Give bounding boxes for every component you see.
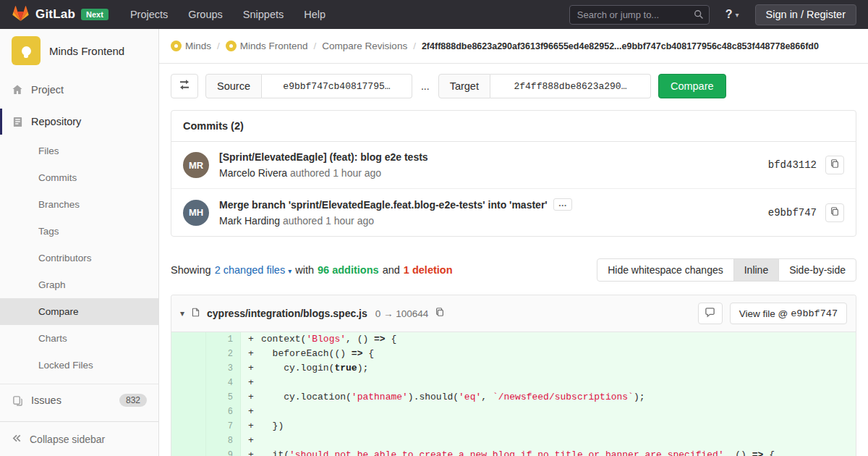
nav-link-projects[interactable]: Projects [130, 9, 168, 20]
sidebar-item-project[interactable]: Project [0, 74, 158, 106]
old-line-number[interactable] [171, 390, 206, 405]
project-context-header[interactable]: Minds Frontend [0, 29, 158, 72]
sidebar-item-locked-files[interactable]: Locked Files [0, 352, 158, 379]
comment-icon [705, 307, 715, 321]
expand-description-button[interactable]: … [553, 198, 572, 211]
help-dropdown[interactable]: ? ▾ [726, 8, 739, 21]
commit-meta: Marcelo Rivera authored 1 hour ago [219, 167, 768, 179]
view-file-sha: e9bbf747 [791, 308, 838, 319]
code-line: + [241, 376, 261, 390]
commit-title[interactable]: Merge branch 'sprint/ElevatedEagle.feat.… [219, 198, 768, 211]
diff-line: 4+ [171, 376, 856, 390]
old-line-number[interactable] [171, 448, 206, 456]
code-line: + cy.location('pathname').should('eq', `… [241, 390, 645, 405]
sidebar-item-issues[interactable]: Issues 832 [0, 384, 158, 416]
code-line: + beforeEach(() => { [241, 347, 374, 361]
old-line-number[interactable] [171, 419, 206, 434]
commit-author[interactable]: Mark Harding [219, 215, 280, 227]
new-line-number[interactable]: 6 [206, 405, 241, 419]
lightbulb-icon [22, 46, 31, 56]
view-file-button[interactable]: View file @ e9bbf747 [730, 303, 847, 324]
changed-files-dropdown[interactable]: 2 changed files ▾ [215, 264, 292, 276]
source-input[interactable] [262, 74, 412, 98]
compare-form: Source ... Target Compare [171, 74, 856, 98]
collapse-sidebar-button[interactable]: Collapse sidebar [0, 421, 158, 456]
sidebar-item-graph[interactable]: Graph [0, 271, 158, 298]
breadcrumb-label: Compare Revisions [322, 41, 407, 51]
swap-revisions-button[interactable] [171, 74, 198, 98]
diff-file-path[interactable]: cypress/integration/blogs.spec.js [207, 308, 367, 319]
inline-view-button[interactable]: Inline [733, 258, 779, 282]
top-navbar: GitLab Next Projects Groups Snippets Hel… [0, 0, 868, 29]
new-line-number[interactable]: 4 [206, 376, 241, 390]
copy-path-icon[interactable] [435, 307, 445, 320]
collapse-label: Collapse sidebar [30, 434, 105, 445]
new-line-number[interactable]: 8 [206, 434, 241, 448]
avatar[interactable]: MR [183, 152, 209, 178]
old-line-number[interactable] [171, 376, 206, 390]
diff-stats-row: Showing 2 changed files ▾ with 96 additi… [171, 258, 856, 282]
copy-sha-button[interactable] [825, 156, 844, 174]
target-input[interactable] [490, 74, 651, 98]
search-icon[interactable] [694, 9, 704, 22]
commit-row: MH Merge branch 'sprint/ElevatedEagle.fe… [171, 188, 856, 236]
breadcrumb-minds[interactable]: Minds [171, 41, 211, 51]
nav-link-groups[interactable]: Groups [188, 9, 223, 20]
search-input[interactable] [569, 5, 710, 25]
copy-icon [830, 159, 840, 172]
showing-label: Showing [171, 264, 211, 276]
commit-title[interactable]: [Sprint/ElevatedEagle] (feat): blog e2e … [219, 151, 768, 163]
old-line-number[interactable] [171, 332, 206, 347]
project-avatar-icon [226, 41, 237, 51]
diff-line: 8+ [171, 434, 856, 448]
diff-file-panel: ▾ cypress/integration/blogs.spec.js 0 → … [171, 295, 856, 456]
nav-link-snippets[interactable]: Snippets [243, 9, 284, 20]
double-chevron-left-icon [12, 433, 22, 446]
new-line-number[interactable]: 9 [206, 448, 241, 456]
home-icon [12, 84, 23, 96]
new-line-number[interactable]: 5 [206, 390, 241, 405]
diff-line: 2+ beforeEach(() => { [171, 347, 856, 361]
issues-count-badge: 832 [119, 394, 147, 407]
new-line-number[interactable]: 1 [206, 332, 241, 347]
compare-button[interactable]: Compare [658, 74, 726, 98]
new-line-number[interactable]: 7 [206, 419, 241, 434]
old-line-number[interactable] [171, 434, 206, 448]
additions-count: 96 additions [318, 264, 379, 276]
breadcrumb-compare-revisions[interactable]: Compare Revisions [322, 41, 407, 51]
commit-sha[interactable]: bfd43112 [768, 159, 817, 171]
commit-sha[interactable]: e9bbf747 [768, 207, 817, 219]
sidebar-item-tags[interactable]: Tags [0, 218, 158, 245]
collapse-diff-icon[interactable]: ▾ [180, 308, 184, 318]
gitlab-brand[interactable]: GitLab Next [12, 4, 109, 25]
group-avatar-icon [171, 41, 182, 51]
question-icon: ? [726, 8, 733, 21]
hide-whitespace-button[interactable]: Hide whitespace changes [597, 258, 734, 282]
commit-author[interactable]: Marcelo Rivera [219, 167, 287, 179]
nav-link-help[interactable]: Help [304, 9, 326, 20]
breadcrumb: Minds / Minds Frontend / Compare Revisio… [159, 29, 868, 64]
breadcrumb-minds-frontend[interactable]: Minds Frontend [226, 41, 308, 51]
new-line-number[interactable]: 2 [206, 347, 241, 361]
sidebar-item-files[interactable]: Files [0, 138, 158, 164]
old-line-number[interactable] [171, 361, 206, 376]
copy-sha-button[interactable] [825, 203, 844, 222]
old-line-number[interactable] [171, 347, 206, 361]
file-icon [191, 307, 200, 321]
toggle-comments-button[interactable] [698, 303, 723, 324]
sidebar-item-repository[interactable]: Repository [0, 106, 158, 138]
source-label: Source [205, 74, 262, 98]
project-avatar [12, 36, 41, 65]
sidebar-item-contributors[interactable]: Contributors [0, 245, 158, 271]
new-line-number[interactable]: 3 [206, 361, 241, 376]
sidebar-item-compare[interactable]: Compare [0, 298, 158, 325]
sidebar-item-branches[interactable]: Branches [0, 191, 158, 218]
code-line: + it('should not be able to create a new… [241, 448, 775, 456]
sidebar-item-commits[interactable]: Commits [0, 164, 158, 191]
avatar[interactable]: MH [183, 200, 209, 226]
old-line-number[interactable] [171, 405, 206, 419]
side-by-side-view-button[interactable]: Side-by-side [778, 258, 856, 282]
sign-in-button[interactable]: Sign in / Register [755, 4, 856, 25]
diff-line: 3+ cy.login(true); [171, 361, 856, 376]
sidebar-item-charts[interactable]: Charts [0, 325, 158, 352]
